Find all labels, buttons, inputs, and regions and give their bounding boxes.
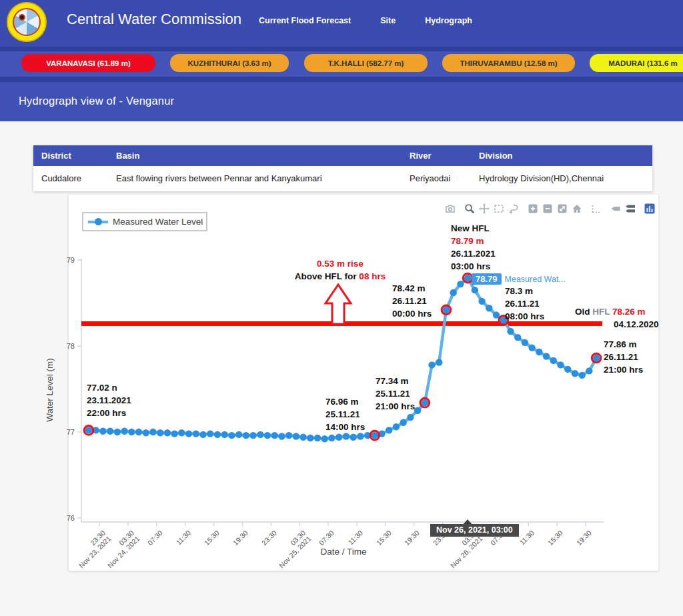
spike-lines-icon[interactable] [589,202,604,215]
chart-annotation: 77.86 m26.11.2121:00 hrs [604,338,643,376]
plotly-logo-icon[interactable] [642,202,657,215]
station-info-table: District Basin River Division Cuddalore … [33,145,652,191]
plotly-modebar [443,202,657,215]
station-tab-kuzhithurai[interactable]: KUZHITHURAI (3.63 m) [170,54,289,72]
tab-strip-divider [0,77,683,82]
hover-closest-icon[interactable] [608,202,623,215]
chart-annotation: 0.53 m riseAbove HFL for 08 hrs [295,257,386,283]
col-header-district: District [33,145,108,166]
cwc-logo-icon [7,2,47,42]
y-tick-label: 79 [47,256,75,264]
y-tick-label: 76 [47,514,75,522]
header-nav: Current Flood Forecast Site Hydrograph [259,16,472,25]
cell-river: Periyaodai [402,166,471,191]
hover-compare-icon[interactable] [623,202,638,215]
app-title: Central Water Commission [67,11,241,28]
station-tab-thiruvarambu[interactable]: THIRUVARAMBU (12.58 m) [442,54,575,72]
chart-annotation: 76.96 m25.11.2114:00 hrs [325,395,365,433]
tooltip-series-label: Measured Wat... [505,275,566,284]
cell-district: Cuddalore [33,166,108,191]
lasso-icon[interactable] [506,202,521,215]
pan-icon[interactable] [477,202,492,215]
col-header-division: Division [471,145,652,166]
station-tab-madurai[interactable]: MADURAI (131.6 m [590,54,683,72]
chart-annotation: New HFL78.79 m26.11.202103:00 hrs [451,222,496,273]
zoom-in-icon[interactable] [526,202,540,215]
autoscale-icon[interactable] [555,202,570,215]
col-header-basin: Basin [108,145,402,166]
x-axis-title: Date / Time [277,547,410,557]
point-hover-tooltip: 78.79 Measured Wat... [472,273,566,285]
legend-label: Measured Water Level [113,217,203,227]
chart-annotation: 77.34 m25.11.2121:00 hrs [376,375,415,413]
cell-division: Hydrology Division(HD),Chennai [471,166,652,191]
nav-site[interactable]: Site [380,16,396,25]
table-row: Cuddalore East flowing rivers between Pe… [33,166,652,191]
col-header-river: River [402,145,471,166]
nav-hydrograph[interactable]: Hydrograph [425,16,472,25]
chart-annotation: 77.02 n23.11.202122:00 hrs [87,381,131,419]
app-header: Central Water Commission Current Flood F… [0,0,683,47]
home-icon[interactable] [570,202,584,215]
legend-line-sample-icon [88,221,108,223]
zoom-icon[interactable] [462,202,477,215]
zoom-out-icon[interactable] [540,202,555,215]
y-axis-title: Water Level (m) [45,320,55,460]
cell-basin: East flowing rivers between Pennar and K… [108,166,402,191]
page-banner: Hydrograph view of - Venganur [0,82,683,121]
chart-annotation: Old HFL 78.26 m04.12.2020 [575,305,659,331]
station-tab-tkhalli[interactable]: T.K.HALLI (582.77 m) [304,54,428,72]
station-tab-varanavasi[interactable]: VARANAVASI (61.89 m) [21,54,155,72]
chart-annotation: 78.3 m26.11.2108:00 hrs [505,285,544,323]
header-divider [0,47,683,51]
page-title: Hydrograph view of - Venganur [19,95,174,107]
chart-legend[interactable]: Measured Water Level [82,212,207,231]
station-tab-strip: VARANAVASI (61.89 m) KUZHITHURAI (3.63 m… [0,51,683,77]
table-header-row: District Basin River Division [33,145,652,166]
chart-annotation: 78.42 m26.11.2100:00 hrs [392,282,432,320]
box-select-icon[interactable] [492,202,506,215]
hydrograph-chart-card [69,195,658,571]
nav-current-flood-forecast[interactable]: Current Flood Forecast [259,16,351,25]
cwc-hydrograph-page: Central Water Commission Current Flood F… [0,0,683,616]
tooltip-value: 78.79 [472,273,502,285]
axis-hover-tooltip: Nov 26, 2021, 03:00 [430,524,519,537]
camera-icon[interactable] [443,202,458,215]
